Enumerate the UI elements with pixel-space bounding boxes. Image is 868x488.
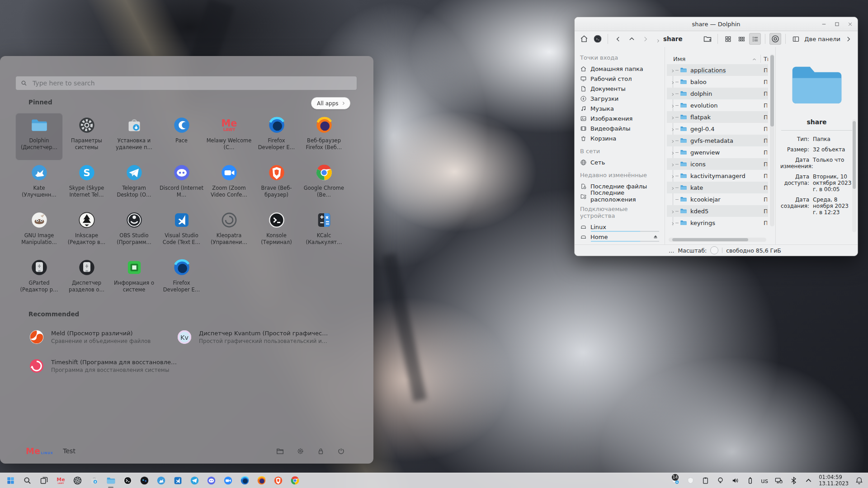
expand-arrow-icon[interactable] xyxy=(670,127,675,131)
network-icon[interactable] xyxy=(774,476,783,485)
system-settings-launcher[interactable] xyxy=(72,476,82,486)
compact-view-button[interactable] xyxy=(736,33,747,45)
clipboard-icon[interactable] xyxy=(701,476,710,485)
places-item-home[interactable]: Home xyxy=(580,232,665,242)
pinned-app[interactable]: Dolphin (Диспетчер… xyxy=(15,113,63,160)
pinned-app[interactable]: Inkscape (Редактор в… xyxy=(63,208,110,255)
task-view-button[interactable] xyxy=(39,476,49,486)
pinned-app[interactable]: Telegram Desktop (O… xyxy=(110,160,158,208)
pinned-app[interactable]: Параметры системы xyxy=(63,113,110,160)
expand-arrow-icon[interactable] xyxy=(670,115,675,119)
expand-arrow-icon[interactable] xyxy=(670,150,675,155)
info-scrollbar[interactable] xyxy=(852,119,856,232)
eject-icon[interactable] xyxy=(653,234,658,239)
file-manager-button[interactable] xyxy=(276,447,284,455)
start-button[interactable] xyxy=(5,476,15,486)
file-row-kactivitymanagerd[interactable]: kactivitymanagerdПапка xyxy=(667,170,768,182)
recommended-item[interactable]: Timeshift (Программа для восстановле…Про… xyxy=(28,352,176,380)
pinned-app[interactable]: Информация о системе xyxy=(110,255,158,303)
telegram-launcher[interactable] xyxy=(189,476,199,486)
places-item-домашняя-папка[interactable]: Домашняя папка xyxy=(580,64,665,74)
bluetooth-icon[interactable] xyxy=(789,476,798,485)
start-menu-search[interactable] xyxy=(15,76,357,90)
pinned-app[interactable]: OBS Studio (Программ… xyxy=(110,208,158,255)
pinned-app[interactable]: Konsole (Терминал) xyxy=(253,208,300,255)
pinned-app[interactable]: Brave (Веб-браузер) xyxy=(253,160,300,208)
pinned-app[interactable]: GParted (Редактор р… xyxy=(15,255,63,303)
column-headers[interactable]: Имя Тип xyxy=(667,53,768,65)
discord-launcher[interactable] xyxy=(206,476,216,486)
battery-icon[interactable] xyxy=(746,476,755,485)
vscode-launcher[interactable] xyxy=(173,476,183,486)
dark-app-launcher[interactable] xyxy=(139,476,149,486)
maximize-button[interactable] xyxy=(834,21,840,27)
places-item-сеть[interactable]: Сеть xyxy=(580,157,665,167)
notifications-bell-icon[interactable] xyxy=(854,476,863,485)
title-bar[interactable]: share — Dolphin xyxy=(575,17,858,31)
expand-arrow-icon[interactable] xyxy=(670,221,675,225)
breadcrumb[interactable]: share xyxy=(656,35,683,42)
zoom-slider[interactable] xyxy=(710,246,718,254)
zoom-launcher[interactable] xyxy=(223,476,233,486)
tray-expander-icon[interactable] xyxy=(804,476,813,485)
konsole-launcher[interactable] xyxy=(123,476,132,486)
settings-button[interactable] xyxy=(296,447,305,455)
firefox-dev-launcher[interactable] xyxy=(240,476,250,486)
expand-arrow-icon[interactable] xyxy=(670,162,675,166)
pinned-app[interactable]: MeLAWYMelawy Welcome (C… xyxy=(205,113,253,160)
home-button[interactable] xyxy=(578,33,590,45)
file-row-evolution[interactable]: evolutionПапка xyxy=(667,99,768,111)
expand-arrow-icon[interactable] xyxy=(670,91,675,96)
places-item-linux[interactable]: Linux xyxy=(580,222,665,232)
recommended-item[interactable]: Meld (Просмотр различий)Сравнение и объе… xyxy=(28,323,176,352)
places-item-загрузки[interactable]: Загрузки xyxy=(580,94,665,103)
pinned-app[interactable]: Установка и удаление п… xyxy=(110,113,158,160)
icons-view-button[interactable] xyxy=(722,33,734,45)
pinned-app[interactable]: KCalc (Калькулят… xyxy=(300,208,348,255)
pinned-app[interactable]: Firefox Developer E… xyxy=(158,255,205,303)
expand-arrow-icon[interactable] xyxy=(670,138,675,143)
dolphin-launcher[interactable] xyxy=(106,476,116,486)
file-row-gegl-0.4[interactable]: gegl-0.4Папка xyxy=(667,123,768,135)
all-apps-button[interactable]: All apps xyxy=(311,97,350,109)
vertical-scrollbar[interactable] xyxy=(770,54,774,226)
expand-arrow-icon[interactable] xyxy=(670,103,675,108)
places-item-документы[interactable]: Документы xyxy=(580,84,665,94)
file-row-dolphin[interactable]: dolphinПапка xyxy=(667,88,768,99)
up-button[interactable] xyxy=(626,33,637,45)
file-row-applications[interactable]: applicationsПапка xyxy=(667,64,768,76)
close-button[interactable] xyxy=(847,21,853,27)
places-item-изображения[interactable]: Изображения xyxy=(580,113,665,123)
pinned-app[interactable]: Веб-браузер Firefox (Веб… xyxy=(300,113,348,160)
places-item-музыка[interactable]: Музыка xyxy=(580,103,665,113)
preview-button[interactable] xyxy=(769,33,781,45)
pinned-app[interactable]: Google Chrome (Be… xyxy=(300,160,348,208)
file-row-icons[interactable]: iconsПапка xyxy=(667,158,768,170)
night-color-icon[interactable] xyxy=(716,476,725,485)
recommended-item[interactable]: KvДиспетчер Kvantum (Простой графичес…Пр… xyxy=(176,323,348,352)
pinned-app[interactable]: Firefox Developer E… xyxy=(253,113,300,160)
power-button[interactable] xyxy=(337,447,345,455)
melawy-launcher[interactable]: MeLAWY xyxy=(56,476,66,486)
forward-button[interactable] xyxy=(639,33,651,45)
places-item-последние-расположения[interactable]: Последние расположения xyxy=(580,191,665,201)
pinned-app[interactable]: Discord (Internet M… xyxy=(158,160,205,208)
pinned-app[interactable]: Visual Studio Code (Text E… xyxy=(158,208,205,255)
lock-button[interactable] xyxy=(316,447,325,455)
pinned-app[interactable]: Kate (Улучшенн… xyxy=(15,160,63,208)
search-button[interactable] xyxy=(22,476,32,486)
file-row-gwenview[interactable]: gwenviewПапка xyxy=(667,146,768,158)
pinned-app[interactable]: Pace xyxy=(158,113,205,160)
vault-icon[interactable] xyxy=(686,476,695,485)
file-row-keyrings[interactable]: keyringsПапка xyxy=(667,217,768,229)
keyboard-layout-indicator[interactable]: us xyxy=(761,477,768,484)
update-notifier-icon[interactable]: 14 xyxy=(671,476,680,485)
expand-arrow-icon[interactable] xyxy=(670,174,675,178)
toolbar-overflow-button[interactable] xyxy=(842,33,854,45)
back-button[interactable] xyxy=(612,33,624,45)
file-row-baloo[interactable]: balooПапка xyxy=(667,76,768,88)
search-input[interactable] xyxy=(32,79,352,87)
discover-launcher[interactable] xyxy=(89,476,99,486)
user-name[interactable]: Test xyxy=(63,447,75,455)
user-avatar[interactable] xyxy=(592,33,604,45)
